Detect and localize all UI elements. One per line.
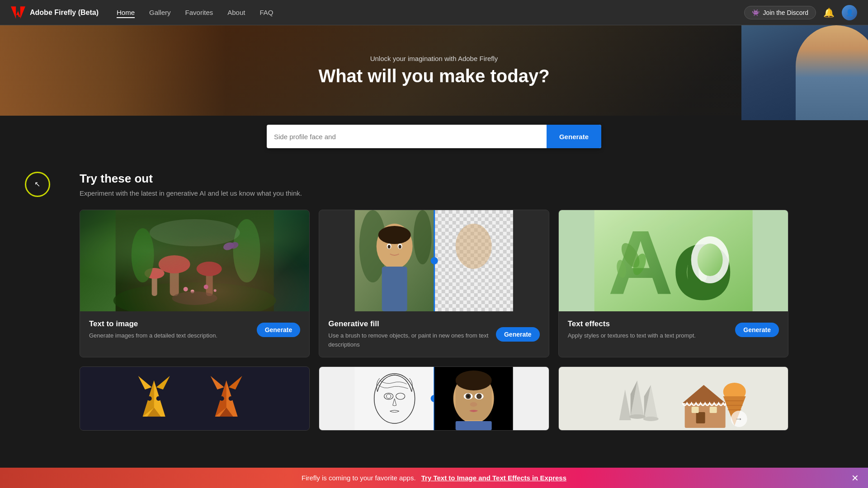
svg-point-89 [629, 414, 645, 419]
search-input[interactable] [267, 133, 547, 141]
section-desc: Experiment with the latest in generative… [80, 189, 788, 197]
section-title: Try these out [80, 172, 788, 186]
hero-content: Unlock your imagination with Adobe Firef… [0, 25, 868, 116]
svg-rect-0 [116, 210, 274, 311]
hero-section: Unlock your imagination with Adobe Firef… [0, 25, 868, 116]
text-effects-thumbnail: A o [559, 210, 788, 311]
3d-effects-thumbnail: → [559, 367, 788, 430]
main-generate-button[interactable]: Generate [547, 125, 601, 148]
sketch-to-image-thumbnail [319, 367, 548, 430]
svg-point-29 [388, 245, 391, 249]
text-to-image-illustration [80, 210, 309, 311]
card-body-generative-fill: Generative fill Use a brush to remove ob… [319, 311, 548, 357]
svg-point-55 [147, 396, 152, 401]
join-discord-button[interactable]: 👾 Join the Discord [744, 6, 816, 19]
svg-rect-3 [206, 269, 213, 296]
3d-illustration: → [559, 367, 788, 430]
svg-rect-93 [696, 412, 705, 423]
card-text-effects: A o Text effects Apply style [558, 210, 788, 357]
discord-icon: 👾 [752, 9, 760, 16]
card-desc-text-to-image: Generate images from a detailed text des… [89, 331, 251, 340]
banner-space [418, 474, 420, 482]
svg-point-13 [214, 289, 217, 292]
svg-point-37 [456, 224, 492, 269]
nav-home[interactable]: Home [117, 7, 135, 18]
nav-favorites[interactable]: Favorites [185, 7, 213, 18]
svg-point-8 [132, 228, 154, 282]
adobe-logo-icon [11, 5, 25, 20]
svg-rect-82 [456, 421, 492, 430]
banner-text: Firefly is coming to your favorite apps. [302, 474, 416, 482]
text-to-image-thumbnail [80, 210, 309, 311]
svg-rect-4 [152, 273, 157, 296]
svg-point-49 [697, 244, 722, 276]
svg-point-80 [476, 394, 482, 399]
card-title-generative-fill: Generative fill [328, 319, 491, 328]
card-text-text-to-image: Text to image Generate images from a det… [89, 319, 251, 340]
text-effects-illustration: A o [559, 210, 788, 311]
nav-gallery[interactable]: Gallery [149, 7, 171, 18]
svg-point-90 [643, 417, 658, 421]
svg-point-26 [378, 226, 411, 244]
svg-point-30 [399, 245, 401, 249]
svg-point-14 [172, 291, 217, 305]
svg-point-10 [184, 287, 188, 291]
svg-rect-95 [709, 407, 717, 413]
banner-close-button[interactable]: ✕ [851, 473, 859, 483]
user-avatar[interactable]: 👤 [842, 5, 857, 20]
generative-fill-illustration [319, 210, 548, 311]
card-title-text-effects: Text effects [568, 319, 730, 328]
svg-text:→: → [734, 414, 742, 423]
cards-grid-bottom: → [80, 366, 788, 431]
card-text-to-image: Text to image Generate images from a det… [80, 210, 310, 357]
banner-link[interactable]: Try Text to Image and Text Effects in Ex… [421, 474, 566, 482]
hero-subtitle: Unlock your imagination with Adobe Firef… [370, 55, 498, 62]
nav-links: Home Gallery Favorites About FAQ [117, 7, 744, 18]
generative-fill-thumbnail [319, 210, 548, 311]
card-desc-text-effects: Apply styles or textures to text with a … [568, 331, 730, 340]
nav-faq[interactable]: FAQ [259, 7, 273, 18]
svg-rect-50 [116, 367, 274, 430]
navbar-right: 👾 Join the Discord 🔔 👤 [744, 5, 857, 20]
brand-name: Adobe Firefly (Beta) [30, 9, 99, 17]
svg-point-78 [467, 395, 470, 398]
notification-bell-icon[interactable]: 🔔 [823, 7, 835, 18]
logo[interactable]: Adobe Firefly (Beta) [11, 5, 99, 20]
svg-rect-24 [382, 267, 407, 311]
main-content: Try these out Experiment with the latest… [0, 157, 868, 449]
svg-rect-94 [691, 407, 698, 413]
navbar: Adobe Firefly (Beta) Home Gallery Favori… [0, 0, 868, 25]
search-bar: Generate [267, 125, 601, 148]
svg-point-61 [220, 396, 224, 401]
card-sketch-to-image [319, 366, 549, 431]
svg-point-39 [431, 257, 438, 264]
generate-generative-fill-button[interactable]: Generate [496, 327, 540, 342]
avatar-icon: 👤 [846, 9, 854, 16]
svg-point-9 [233, 219, 260, 282]
svg-point-22 [414, 210, 432, 264]
card-desc-generative-fill: Use a brush to remove objects, or paint … [328, 331, 491, 349]
generative-recolor-thumbnail [80, 367, 309, 430]
svg-point-17 [150, 219, 240, 246]
svg-point-15 [222, 241, 235, 251]
svg-point-7 [145, 268, 165, 279]
svg-point-1 [113, 282, 276, 311]
card-generative-recolor [80, 366, 310, 431]
card-text-generative-fill: Generative fill Use a brush to remove ob… [328, 319, 491, 349]
svg-point-16 [229, 241, 240, 250]
svg-point-62 [229, 396, 233, 401]
svg-rect-2 [170, 264, 179, 296]
cards-grid-top: Text to image Generate images from a det… [80, 210, 788, 357]
generate-text-effects-button[interactable]: Generate [735, 323, 779, 337]
webcam-overlay [741, 25, 868, 120]
sketch-illustration [319, 367, 548, 430]
svg-point-11 [191, 290, 194, 293]
generate-text-to-image-button[interactable]: Generate [257, 323, 301, 337]
svg-rect-75 [456, 380, 492, 420]
webcam-person [741, 25, 868, 120]
nav-about[interactable]: About [227, 7, 245, 18]
svg-point-12 [204, 285, 208, 289]
svg-point-56 [156, 396, 161, 401]
join-discord-label: Join the Discord [763, 9, 808, 16]
card-text-text-effects: Text effects Apply styles or textures to… [568, 319, 730, 340]
